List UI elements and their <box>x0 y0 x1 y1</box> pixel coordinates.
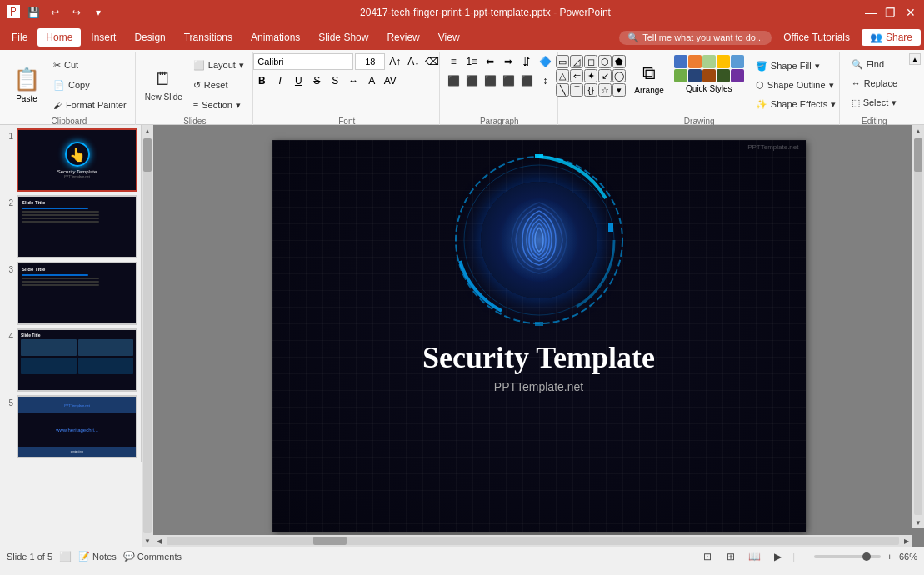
font-family-input[interactable] <box>253 53 353 70</box>
shape-btn-10[interactable]: ◯ <box>612 69 626 82</box>
save-icon[interactable]: 💾 <box>25 4 42 21</box>
slideshow-button[interactable]: ▶ <box>769 549 786 564</box>
menu-home[interactable]: Home <box>37 28 81 47</box>
qs-item-8[interactable] <box>702 69 716 82</box>
shape-btn-5[interactable]: ⬟ <box>612 55 626 68</box>
spacing-button[interactable]: ↔ <box>345 72 362 89</box>
scroll-down-arrow[interactable]: ▼ <box>142 535 153 547</box>
align-right-button[interactable]: ⬛ <box>482 72 498 89</box>
main-slide-canvas[interactable]: PPTTemplate.net <box>272 140 806 532</box>
notes-button[interactable]: 📝 Notes <box>78 551 117 562</box>
shape-btn-8[interactable]: ✦ <box>584 69 597 82</box>
shape-btn-12[interactable]: ⌒ <box>570 83 583 97</box>
strikethrough-button[interactable]: S <box>308 72 325 89</box>
shape-btn-7[interactable]: ⇐ <box>570 69 583 82</box>
reading-view-button[interactable]: 📖 <box>746 549 762 564</box>
increase-indent-button[interactable]: ➡ <box>500 53 517 70</box>
slide-thumbnail-3[interactable]: 3 Slide Title <box>3 262 137 325</box>
menu-design[interactable]: Design <box>126 28 173 47</box>
zoom-in-button[interactable]: + <box>887 552 892 562</box>
slide-image-1[interactable]: 👆 Security Template PPTTemplate.net <box>17 128 137 192</box>
paste-button[interactable]: 📋 Paste <box>7 60 47 110</box>
qs-item-3[interactable] <box>702 55 716 68</box>
convert-to-smartart-button[interactable]: 🔷 <box>537 53 553 70</box>
quick-styles-button[interactable]: Quick Styles <box>672 53 746 103</box>
find-button[interactable]: 🔍 Find <box>847 55 902 73</box>
underline-button[interactable]: U <box>290 72 307 89</box>
align-left-button[interactable]: ⬛ <box>445 72 462 89</box>
layout-button[interactable]: ⬜ Layout ▾ <box>188 56 249 74</box>
shape-btn-13[interactable]: {} <box>584 83 597 97</box>
columns-button[interactable]: ⬛ <box>518 72 535 89</box>
qs-item-7[interactable] <box>688 69 702 82</box>
zoom-out-button[interactable]: − <box>802 552 807 562</box>
shape-fill-button[interactable]: 🪣 Shape Fill ▾ <box>751 57 841 75</box>
copy-button[interactable]: 📄 Copy <box>48 76 132 94</box>
qs-item-1[interactable] <box>674 55 687 68</box>
shape-outline-button[interactable]: ⬡ Shape Outline ▾ <box>751 76 841 94</box>
section-button[interactable]: ≡ Section ▾ <box>188 96 249 114</box>
slide-thumbnail-2[interactable]: 2 Slide Title <box>3 195 137 258</box>
collapse-ribbon-button[interactable]: ▲ <box>909 53 921 65</box>
slide-image-5[interactable]: PPTTemplate.net www.heritagechri... cont… <box>17 395 137 458</box>
zoom-thumb[interactable] <box>862 552 871 561</box>
tell-me-input[interactable]: 🔍 Tell me what you want to do... <box>619 31 772 45</box>
decrease-indent-button[interactable]: ⬅ <box>482 53 498 70</box>
scroll-up-arrow[interactable]: ▲ <box>142 125 153 137</box>
shape-btn-3[interactable]: ◻ <box>584 55 597 68</box>
customize-qat-icon[interactable]: ▾ <box>90 4 107 21</box>
menu-file[interactable]: File <box>3 28 36 47</box>
text-direction-button[interactable]: ⮃ <box>518 53 535 70</box>
shape-btn-1[interactable]: ▭ <box>556 55 569 68</box>
menu-insert[interactable]: Insert <box>82 28 124 47</box>
bullets-button[interactable]: ≡ <box>445 53 462 70</box>
canvas-scroll-left[interactable]: ◀ <box>153 535 165 547</box>
canvas-scroll-right[interactable]: ▶ <box>901 535 912 547</box>
canvas-hscroll-thumb[interactable] <box>313 537 347 545</box>
italic-button[interactable]: I <box>272 72 288 89</box>
line-spacing-button[interactable]: ↕ <box>537 72 553 89</box>
increase-font-button[interactable]: A↑ <box>387 53 403 70</box>
normal-view-button[interactable]: ⊡ <box>699 549 716 564</box>
shape-btn-14[interactable]: ☆ <box>598 83 612 97</box>
shape-btn-11[interactable]: ╲ <box>556 83 569 97</box>
clear-format-button[interactable]: ⌫ <box>423 53 440 70</box>
numbering-button[interactable]: 1≡ <box>463 53 480 70</box>
qs-item-9[interactable] <box>717 69 730 82</box>
slide-thumbnail-4[interactable]: 4 Slide Title <box>3 328 137 392</box>
slide-title[interactable]: Security Template <box>422 340 655 375</box>
replace-button[interactable]: ↔ Replace <box>847 74 902 92</box>
shape-btn-6[interactable]: △ <box>556 69 569 82</box>
qs-item-6[interactable] <box>674 69 687 82</box>
shape-outline-dropdown[interactable]: ▾ <box>829 80 834 91</box>
redo-icon[interactable]: ↪ <box>68 4 85 21</box>
font-size-input[interactable] <box>355 53 385 70</box>
comments-button[interactable]: 💬 Comments <box>123 551 182 562</box>
menu-slideshow[interactable]: Slide Show <box>310 28 377 47</box>
shape-fill-dropdown[interactable]: ▾ <box>815 61 820 72</box>
menu-animations[interactable]: Animations <box>242 28 308 47</box>
menu-review[interactable]: Review <box>378 28 427 47</box>
shape-effects-dropdown[interactable]: ▾ <box>831 99 836 110</box>
canvas-scroll-down[interactable]: ▼ <box>912 517 924 528</box>
font-color-button[interactable]: A <box>363 72 380 89</box>
qs-item-4[interactable] <box>717 55 730 68</box>
select-button[interactable]: ⬚ Select ▾ <box>847 93 902 112</box>
qs-item-2[interactable] <box>688 55 702 68</box>
canvas-scroll-up[interactable]: ▲ <box>912 125 924 137</box>
select-dropdown[interactable]: ▾ <box>892 98 897 108</box>
undo-icon[interactable]: ↩ <box>47 4 63 21</box>
shape-btn-9[interactable]: ↙ <box>598 69 612 82</box>
slide-sorter-button[interactable]: ⊞ <box>722 549 739 564</box>
shape-btn-2[interactable]: ◿ <box>570 55 583 68</box>
menu-view[interactable]: View <box>430 28 468 47</box>
scroll-thumb[interactable] <box>143 138 152 172</box>
align-center-button[interactable]: ⬛ <box>463 72 480 89</box>
slide-thumbnail-5[interactable]: 5 PPTTemplate.net www.heritagechri... co… <box>3 395 137 458</box>
shape-effects-button[interactable]: ✨ Shape Effects ▾ <box>751 95 841 113</box>
reset-button[interactable]: ↺ Reset <box>188 76 249 94</box>
close-button[interactable]: ✕ <box>904 6 917 19</box>
new-slide-button[interactable]: 🗒 New Slide <box>141 60 187 110</box>
justify-button[interactable]: ⬛ <box>500 72 517 89</box>
canvas-scroll-thumb[interactable] <box>914 138 922 172</box>
